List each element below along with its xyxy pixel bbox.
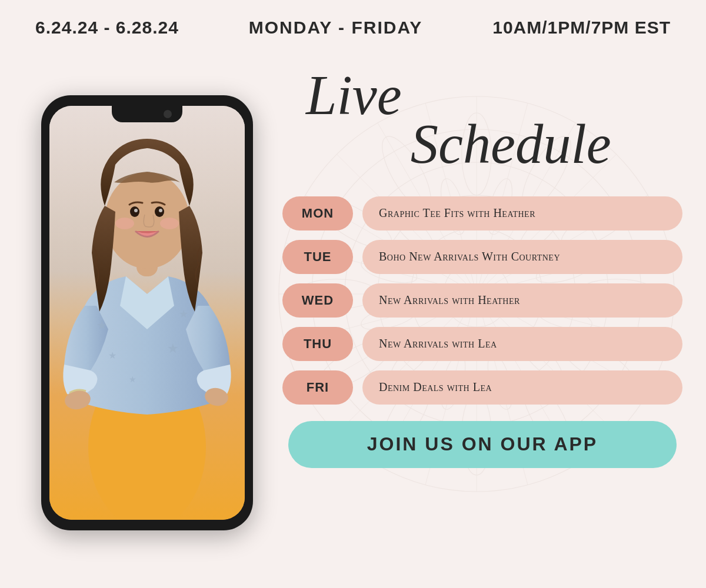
svg-text:★: ★ bbox=[167, 341, 179, 356]
svg-point-56 bbox=[159, 209, 162, 212]
main-body: ★ ★ ★ ★ ★ bbox=[0, 44, 706, 588]
day-badge-mon: MON bbox=[282, 196, 353, 230]
schedule-row-tue: TUE Boho New Arrivals With Courtney bbox=[282, 240, 682, 274]
join-button-label: Join Us On Our App bbox=[367, 433, 598, 455]
svg-point-55 bbox=[134, 209, 138, 212]
svg-text:★: ★ bbox=[108, 350, 116, 360]
times-label: 10AM/1PM/7PM EST bbox=[492, 18, 671, 38]
schedule-row-mon: MON Graphic Tee Fits with Heather bbox=[282, 196, 682, 230]
days-label: Monday - Friday bbox=[249, 18, 423, 38]
schedule-list: MON Graphic Tee Fits with Heather TUE Bo… bbox=[282, 196, 682, 405]
svg-text:★: ★ bbox=[179, 308, 188, 320]
day-badge-fri: FRI bbox=[282, 370, 353, 405]
live-schedule-title: Live Schedule bbox=[282, 55, 682, 185]
top-header: 6.24.24 - 6.28.24 Monday - Friday 10AM/1… bbox=[0, 0, 706, 44]
svg-point-57 bbox=[115, 218, 134, 229]
phone-section: ★ ★ ★ ★ ★ bbox=[24, 49, 271, 576]
event-badge-thu: New Arrivals with Lea bbox=[362, 327, 682, 361]
person-illustration: ★ ★ ★ ★ ★ bbox=[49, 106, 245, 520]
svg-point-58 bbox=[160, 218, 179, 229]
schedule-section: Live Schedule MON Graphic Tee Fits with … bbox=[271, 49, 682, 576]
schedule-row-wed: WED New Arrivals with Heather bbox=[282, 283, 682, 318]
svg-text:★: ★ bbox=[96, 319, 107, 332]
svg-text:★: ★ bbox=[129, 375, 136, 384]
phone-frame: ★ ★ ★ ★ ★ bbox=[41, 95, 253, 530]
phone-notch bbox=[112, 106, 182, 122]
day-badge-thu: THU bbox=[282, 327, 353, 361]
join-button[interactable]: Join Us On Our App bbox=[288, 421, 677, 468]
page-wrapper: 6.24.24 - 6.28.24 Monday - Friday 10AM/1… bbox=[0, 0, 706, 588]
event-badge-tue: Boho New Arrivals With Courtney bbox=[362, 240, 682, 274]
schedule-row-fri: FRI Denim Deals with Lea bbox=[282, 370, 682, 405]
svg-text:Schedule: Schedule bbox=[411, 113, 611, 173]
event-badge-mon: Graphic Tee Fits with Heather bbox=[362, 196, 682, 230]
live-schedule-svg: Live Schedule bbox=[282, 55, 682, 173]
phone-camera bbox=[164, 110, 172, 118]
event-badge-fri: Denim Deals with Lea bbox=[362, 370, 682, 405]
svg-text:Live: Live bbox=[305, 65, 402, 126]
day-badge-tue: TUE bbox=[282, 240, 353, 274]
date-range: 6.24.24 - 6.28.24 bbox=[35, 18, 179, 38]
phone-screen: ★ ★ ★ ★ ★ bbox=[49, 106, 245, 520]
day-badge-wed: WED bbox=[282, 283, 353, 318]
event-badge-wed: New Arrivals with Heather bbox=[362, 283, 682, 318]
schedule-row-thu: THU New Arrivals with Lea bbox=[282, 327, 682, 361]
